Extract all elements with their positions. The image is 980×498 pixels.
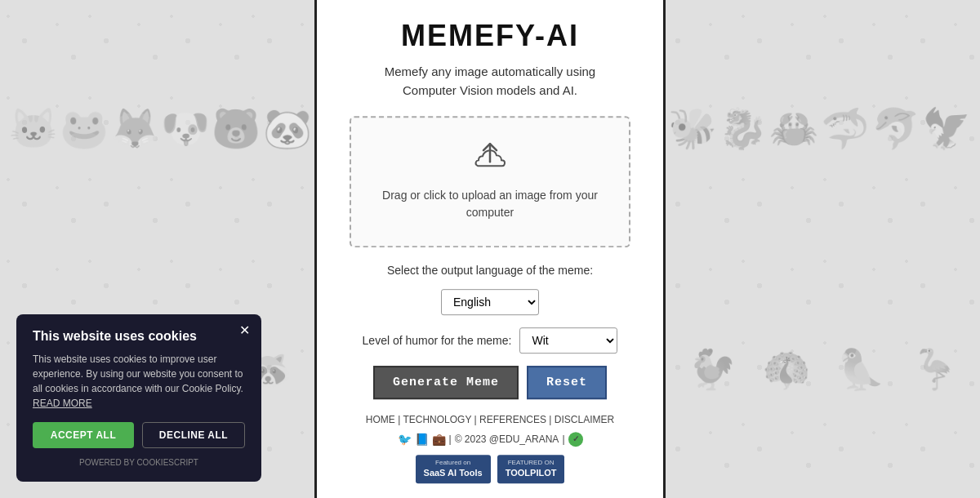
bg-char: 🦜 (836, 350, 885, 389)
cookie-title: This website uses cookies (33, 329, 245, 344)
footer-badges: Featured on SaaS AI Tools FEATURED ON TO… (350, 455, 630, 483)
cookie-decline-button[interactable]: DECLINE ALL (142, 422, 245, 448)
saas-badge: Featured on SaaS AI Tools (416, 455, 491, 483)
upload-icon (368, 142, 612, 179)
language-label: Select the output language of the meme: (387, 264, 593, 277)
cookie-banner: ✕ This website uses cookies This website… (16, 314, 261, 482)
bg-char: 🐬 (871, 109, 920, 149)
footer-links: HOME | TECHNOLOGY | REFERENCES | DISCLAI… (350, 414, 630, 425)
app-subtitle: Memefy any image automatically using Com… (350, 63, 630, 100)
bg-char: 🦀 (769, 109, 818, 149)
language-select-row: English Spanish French German Italian Po… (350, 289, 630, 315)
upload-text: Drag or click to upload an image from yo… (368, 187, 612, 221)
footer-disclaimer-link[interactable]: DISCLAIMER (555, 414, 614, 425)
footer-social: 🐦 📘 💼 | © 2023 @EDU_ARANA | ✓ (350, 432, 630, 447)
bg-char: 🐓 (688, 350, 737, 389)
footer-home-link[interactable]: HOME (366, 414, 395, 425)
humor-select[interactable]: Wit Sarcasm Absurd Dark Wholesome (519, 327, 617, 353)
bg-char: 🐼 (263, 109, 312, 149)
bg-char: 🐻 (212, 109, 261, 149)
toolpilot-badge: FEATURED ON TOOLPILOT (497, 455, 565, 483)
app-title: MEMEFY-AI (350, 19, 630, 53)
cookie-read-more-link[interactable]: READ MORE (33, 398, 92, 409)
bg-char: 🐶 (161, 109, 210, 149)
footer-technology-link[interactable]: TECHNOLOGY (403, 414, 471, 425)
bg-char: 🐉 (719, 109, 768, 149)
cookie-accept-button[interactable]: ACCEPT ALL (33, 422, 134, 448)
action-buttons: Generate Meme Reset (350, 366, 630, 399)
language-row: Select the output language of the meme: (350, 264, 630, 277)
language-select[interactable]: English Spanish French German Italian Po… (441, 289, 539, 315)
upload-area[interactable]: Drag or click to upload an image from yo… (350, 116, 630, 247)
cookie-body: This website uses cookies to improve use… (33, 352, 245, 411)
verified-icon: ✓ (568, 432, 583, 447)
facebook-icon[interactable]: 📘 (415, 433, 429, 446)
main-card: MEMEFY-AI Memefy any image automatically… (314, 0, 666, 498)
bg-char: 🦈 (821, 109, 870, 149)
humor-label: Level of humor for the meme: (363, 334, 512, 347)
bg-char: 🐸 (60, 109, 109, 149)
reset-button[interactable]: Reset (527, 366, 607, 399)
generate-meme-button[interactable]: Generate Meme (373, 366, 519, 399)
footer-references-link[interactable]: REFERENCES (479, 414, 546, 425)
copyright-text: © 2023 @EDU_ARANA (455, 434, 559, 445)
linkedin-icon[interactable]: 💼 (432, 433, 446, 446)
bg-char: 🦩 (911, 350, 960, 389)
cookie-powered-by: POWERED BY COOKIESCRIPT (33, 458, 245, 467)
twitter-icon[interactable]: 🐦 (398, 433, 412, 446)
cookie-close-button[interactable]: ✕ (239, 324, 250, 337)
cookie-action-buttons: ACCEPT ALL DECLINE ALL (33, 422, 245, 448)
bg-char: 🐱 (9, 109, 58, 149)
bg-char: 🦚 (762, 350, 811, 389)
bg-char: 🐝 (668, 109, 717, 149)
bg-char: 🦊 (110, 109, 159, 149)
bg-char: 🦅 (922, 109, 971, 149)
humor-row: Level of humor for the meme: Wit Sarcasm… (350, 327, 630, 353)
